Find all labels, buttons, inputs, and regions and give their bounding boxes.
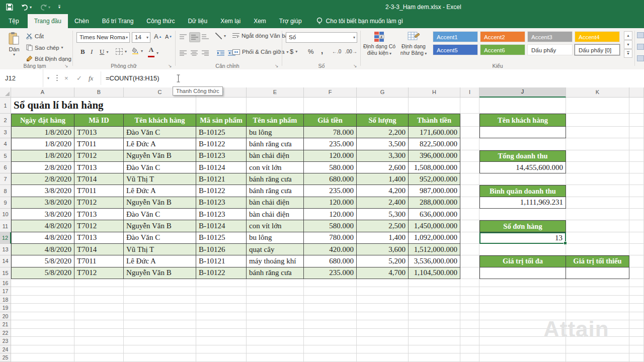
cell-D8[interactable]: B-10122: [196, 185, 247, 197]
cell-I5[interactable]: [460, 150, 479, 162]
cell-E10[interactable]: bàn chải điện: [247, 209, 304, 220]
cell-G24[interactable]: [357, 345, 409, 354]
cell-D22[interactable]: [196, 329, 247, 337]
insert-function-icon[interactable]: fx: [89, 69, 93, 87]
cell-J16[interactable]: [479, 279, 566, 288]
row-header-3[interactable]: 3: [0, 127, 11, 138]
cell-C21[interactable]: [124, 320, 196, 329]
cell-J15[interactable]: [479, 267, 566, 279]
cell-I13[interactable]: [460, 244, 479, 255]
cell-I11[interactable]: [460, 220, 479, 232]
cell-I15[interactable]: [460, 267, 479, 279]
cell-B12[interactable]: T7013: [74, 232, 124, 244]
row-header-23[interactable]: 23: [0, 337, 11, 345]
row-header-14[interactable]: 14: [0, 255, 11, 267]
style-swatch-2[interactable]: Accent3: [527, 31, 573, 42]
cell-K14[interactable]: Giá trị tối thiểu: [566, 255, 629, 267]
cell-F14[interactable]: 680.000: [304, 255, 357, 267]
cell-F10[interactable]: 120.000: [304, 209, 357, 220]
row-header-25[interactable]: 25: [0, 353, 11, 362]
cell-F7[interactable]: 680.000: [304, 173, 357, 185]
cell-A18[interactable]: [11, 296, 74, 304]
fill-handle[interactable]: [564, 241, 567, 245]
align-center-button[interactable]: [189, 48, 199, 57]
cell-J4[interactable]: [479, 138, 566, 150]
row-header-15[interactable]: 15: [0, 267, 11, 279]
cell-B25[interactable]: [74, 353, 124, 362]
cell-F11[interactable]: 580.000: [304, 220, 357, 232]
cell-J13[interactable]: [479, 244, 566, 255]
cell-H24[interactable]: [409, 345, 460, 354]
gallery-more-button[interactable]: ▾: [624, 49, 632, 58]
tab-4[interactable]: Dữ liệu: [181, 14, 214, 28]
formula-input[interactable]: =COUNT(H3:H15): [106, 69, 159, 87]
cell-K18[interactable]: [566, 296, 629, 304]
cell-I14[interactable]: [460, 255, 479, 267]
cell-J11[interactable]: Số đơn hàng: [479, 220, 566, 232]
cell-C15[interactable]: Nguyễn Văn B: [124, 267, 196, 279]
cell-extra7[interactable]: [629, 173, 644, 185]
cell-D6[interactable]: B-10124: [196, 162, 247, 173]
cell-E11[interactable]: con vít lớn: [247, 220, 304, 232]
cell-J14[interactable]: Giá trị tối đa: [479, 255, 566, 267]
cell-E15[interactable]: bánh răng cưa: [247, 267, 304, 279]
cell-G3[interactable]: 2,200: [357, 127, 409, 138]
cell-extra8[interactable]: [629, 185, 644, 197]
tab-0[interactable]: Trang đầu: [28, 14, 68, 28]
row-header-20[interactable]: 20: [0, 312, 11, 321]
align-middle-button[interactable]: [189, 32, 200, 42]
tab-3[interactable]: Công thức: [140, 14, 181, 28]
cell-A15[interactable]: 5/8/2020: [11, 267, 74, 279]
cell-A3[interactable]: 1/8/2020: [11, 127, 74, 138]
cell-extra10[interactable]: [629, 209, 644, 220]
cell-E23[interactable]: [247, 337, 304, 345]
cell-F24[interactable]: [304, 345, 357, 354]
percent-style-button[interactable]: %: [308, 48, 314, 55]
cell-H7[interactable]: 952,000.000: [409, 173, 460, 185]
cell-G18[interactable]: [357, 296, 409, 304]
cell-G9[interactable]: 2,400: [357, 197, 409, 209]
borders-button[interactable]: ▾: [116, 48, 127, 55]
cell-B16[interactable]: [74, 279, 124, 288]
cell-F16[interactable]: [304, 279, 357, 288]
select-all-corner[interactable]: [0, 87, 11, 98]
cell-J10[interactable]: [479, 209, 566, 220]
cell-A10[interactable]: 3/8/2020: [11, 209, 74, 220]
selected-cell-J12[interactable]: 13: [479, 232, 566, 244]
tab-1[interactable]: Chèn: [68, 14, 96, 28]
row-header-18[interactable]: 18: [0, 296, 11, 304]
column-header-J[interactable]: J: [479, 87, 566, 98]
row-header-7[interactable]: 7: [0, 173, 11, 185]
cut-button[interactable]: Cắt: [26, 33, 44, 39]
cell-I22[interactable]: [460, 329, 479, 337]
cell-B14[interactable]: T7011: [74, 255, 124, 267]
cell-H25[interactable]: [409, 353, 460, 362]
cell-A7[interactable]: 2/8/2020: [11, 173, 74, 185]
cell-B21[interactable]: [74, 320, 124, 329]
cell-A5[interactable]: 1/8/2020: [11, 150, 74, 162]
cell-C8[interactable]: Lê Đức A: [124, 185, 196, 197]
cell-K7[interactable]: [566, 173, 629, 185]
cell-D21[interactable]: [196, 320, 247, 329]
cell-F18[interactable]: [304, 296, 357, 304]
cell-B9[interactable]: T7012: [74, 197, 124, 209]
cell-C14[interactable]: Lê Đức A: [124, 255, 196, 267]
cell-K13[interactable]: [566, 244, 629, 255]
decrease-font-button[interactable]: A▾: [165, 34, 172, 40]
cell-H20[interactable]: [409, 312, 460, 321]
cell-extra19[interactable]: [629, 304, 644, 312]
bold-button[interactable]: B: [80, 48, 85, 56]
column-header-H[interactable]: H: [409, 87, 460, 98]
column-header-extra[interactable]: [629, 87, 644, 98]
row-header-9[interactable]: 9: [0, 197, 11, 209]
cell-I24[interactable]: [460, 345, 479, 354]
increase-decimal-button[interactable]: ←.0: [332, 49, 341, 54]
font-name-select[interactable]: Times New Roma▾: [76, 32, 130, 43]
cell-G14[interactable]: 5,200: [357, 255, 409, 267]
font-size-select[interactable]: 14▾: [132, 32, 150, 43]
cell-F21[interactable]: [304, 320, 357, 329]
style-swatch-7[interactable]: Dấu phẩy [0]: [575, 44, 620, 55]
cell-E2[interactable]: Tên sản phẩm: [247, 114, 304, 127]
cell-I10[interactable]: [460, 209, 479, 220]
cell-F19[interactable]: [304, 304, 357, 312]
